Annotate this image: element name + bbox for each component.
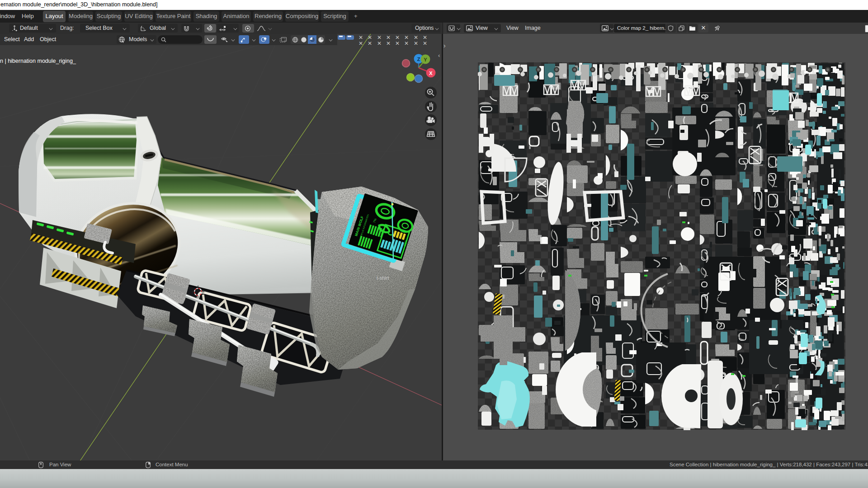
svg-text:n | hibernation module_riging_: n | hibernation module_riging_	[0, 58, 76, 64]
svg-text:Y: Y	[424, 57, 427, 62]
svg-text:‹: ‹	[438, 52, 440, 59]
svg-text:X: X	[429, 70, 433, 76]
svg-text:Z: Z	[417, 56, 420, 62]
svg-text:t-shirt: t-shirt	[377, 275, 389, 281]
